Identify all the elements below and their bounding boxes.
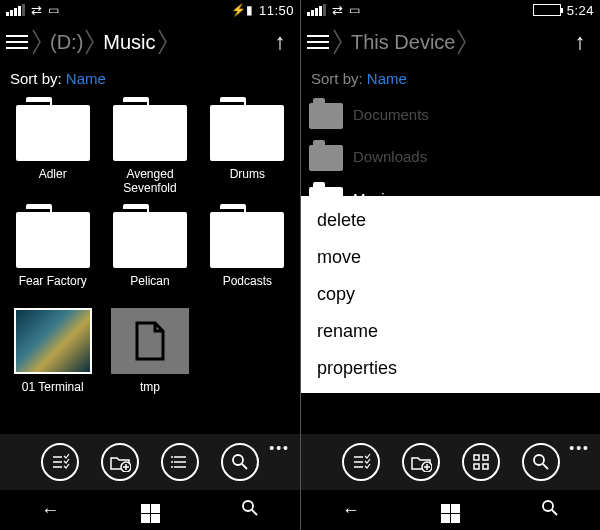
folder-icon — [16, 105, 90, 161]
menu-button[interactable] — [6, 31, 28, 53]
battery-icon — [533, 4, 561, 16]
item-label: 01 Terminal — [22, 380, 84, 408]
nav-bar: ← — [0, 490, 300, 530]
nav-search-button[interactable] — [520, 499, 580, 522]
context-copy[interactable]: copy — [301, 276, 600, 313]
chevron-icon — [457, 28, 467, 56]
up-button[interactable]: ↑ — [266, 29, 294, 55]
folder-item[interactable]: Avenged Sevenfold — [105, 95, 194, 196]
svg-line-7 — [252, 510, 257, 515]
svg-rect-12 — [483, 464, 488, 469]
breadcrumb[interactable]: This Device — [333, 28, 562, 56]
header: This Device ↑ — [301, 20, 600, 64]
svg-point-15 — [543, 501, 553, 511]
chevron-icon — [158, 28, 168, 56]
chevron-icon — [85, 28, 95, 56]
file-grid: Adler Avenged Sevenfold Drums Fear Facto… — [0, 89, 300, 408]
sort-value[interactable]: Name — [66, 70, 106, 87]
sort-label: Sort by: — [10, 70, 66, 87]
folder-icon — [16, 212, 90, 268]
view-button[interactable] — [462, 443, 500, 481]
menu-button[interactable] — [307, 31, 329, 53]
new-folder-button[interactable] — [101, 443, 139, 481]
svg-rect-10 — [483, 455, 488, 460]
more-button[interactable]: ••• — [569, 440, 590, 456]
sort-row[interactable]: Sort by: Name — [0, 64, 300, 89]
start-button[interactable] — [120, 497, 180, 523]
nav-search-button[interactable] — [220, 499, 280, 522]
wifi-icon: ⇄ — [332, 4, 343, 17]
svg-rect-11 — [474, 464, 479, 469]
new-folder-icon — [410, 452, 432, 472]
windows-icon — [141, 504, 160, 523]
image-thumbnail — [14, 308, 92, 374]
back-button[interactable]: ← — [20, 500, 80, 521]
search-button[interactable] — [522, 443, 560, 481]
breadcrumb-title[interactable]: This Device — [343, 31, 457, 54]
folder-item[interactable]: Pelican — [105, 202, 194, 302]
folder-item[interactable]: Fear Factory — [8, 202, 97, 302]
grid-view-icon — [471, 452, 491, 472]
context-move[interactable]: move — [301, 239, 600, 276]
folder-item[interactable]: Downloads — [309, 135, 592, 177]
screen-right: ⇄ ▭ 5:24 This Device ↑ Sort by: Name Doc… — [300, 0, 600, 530]
breadcrumb[interactable]: (D:) Music — [32, 28, 262, 56]
windows-icon — [441, 504, 460, 523]
battery-charging-icon: ⚡▮ — [231, 3, 253, 17]
status-bar: ⇄ ▭ ⚡▮ 11:50 — [0, 0, 300, 20]
folder-item[interactable]: Documents — [309, 93, 592, 135]
search-icon — [531, 452, 551, 472]
svg-point-4 — [233, 455, 243, 465]
image-item[interactable]: 01 Terminal — [8, 308, 97, 408]
up-button[interactable]: ↑ — [566, 29, 594, 55]
context-rename[interactable]: rename — [301, 313, 600, 350]
item-label: tmp — [140, 380, 160, 408]
nav-bar: ← — [301, 490, 600, 530]
folder-icon — [113, 105, 187, 161]
svg-point-1 — [171, 456, 173, 458]
search-icon — [230, 452, 250, 472]
folder-icon — [113, 212, 187, 268]
cellular-icon — [6, 4, 25, 16]
vibrate-icon: ▭ — [349, 3, 360, 17]
item-label: Podcasts — [223, 274, 272, 302]
select-icon — [50, 452, 70, 472]
list-view-icon — [170, 452, 190, 472]
breadcrumb-drive[interactable]: (D:) — [42, 31, 85, 54]
more-button[interactable]: ••• — [269, 440, 290, 456]
item-label: Downloads — [353, 148, 427, 165]
folder-item[interactable]: Drums — [203, 95, 292, 196]
start-button[interactable] — [420, 497, 480, 523]
folder-icon — [210, 105, 284, 161]
view-button[interactable] — [161, 443, 199, 481]
item-label: Fear Factory — [19, 274, 87, 302]
clock: 11:50 — [259, 3, 294, 18]
search-icon — [541, 499, 559, 517]
folder-icon — [309, 145, 343, 171]
context-delete[interactable]: delete — [301, 202, 600, 239]
folder-item[interactable]: Podcasts — [203, 202, 292, 302]
new-folder-icon — [109, 452, 131, 472]
back-button[interactable]: ← — [321, 500, 381, 521]
select-button[interactable] — [41, 443, 79, 481]
item-label: Drums — [230, 167, 265, 195]
select-button[interactable] — [342, 443, 380, 481]
svg-point-3 — [171, 466, 173, 468]
screen-left: ⇄ ▭ ⚡▮ 11:50 (D:) Music ↑ Sort by: Name — [0, 0, 300, 530]
chevron-icon — [32, 28, 42, 56]
file-item[interactable]: tmp — [105, 308, 194, 408]
search-button[interactable] — [221, 443, 259, 481]
sort-value[interactable]: Name — [367, 70, 407, 87]
app-bar: ••• — [301, 434, 600, 490]
sort-row[interactable]: Sort by: Name — [301, 64, 600, 89]
context-menu: delete move copy rename properties — [301, 196, 600, 393]
search-icon — [241, 499, 259, 517]
cellular-icon — [307, 4, 326, 16]
folder-item[interactable]: Adler — [8, 95, 97, 196]
svg-line-5 — [242, 464, 247, 469]
wifi-icon: ⇄ — [31, 4, 42, 17]
breadcrumb-folder[interactable]: Music — [95, 31, 157, 54]
new-folder-button[interactable] — [402, 443, 440, 481]
item-label: Avenged Sevenfold — [105, 167, 194, 196]
context-properties[interactable]: properties — [301, 350, 600, 387]
